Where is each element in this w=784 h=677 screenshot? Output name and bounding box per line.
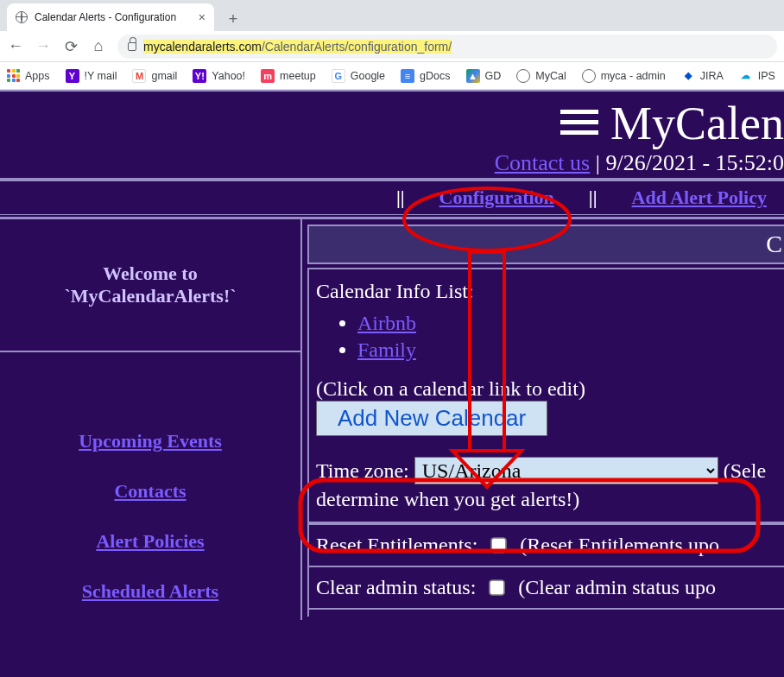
forward-icon: → xyxy=(35,37,52,55)
clear-admin-after: (Clear admin status upo xyxy=(518,576,716,599)
bookmark-gd[interactable]: ▲GD xyxy=(466,69,502,83)
apps-grid-icon xyxy=(7,69,20,82)
app-root: MyCalen Contact us | 9/26/2021 - 15:52:0… xyxy=(0,90,784,677)
sidebar-upcoming-events[interactable]: Upcoming Events xyxy=(9,430,292,452)
bookmark-ips[interactable]: ☁IPS xyxy=(739,69,775,83)
main-content: C Calendar Info List: Airbnb Family (Cli… xyxy=(300,219,784,620)
bookmark-meetup[interactable]: mmeetup xyxy=(261,69,316,83)
url-path: /CalendarAlerts/configuration_form/ xyxy=(262,40,452,54)
nav-configuration[interactable]: Configuration xyxy=(439,187,554,209)
sidebar-scheduled-alerts[interactable]: Scheduled Alerts xyxy=(9,580,292,603)
edit-hint: (Click on a calendar link to edit) xyxy=(316,377,777,401)
header-timestamp: 9/26/2021 - 15:52:0 xyxy=(605,150,784,175)
browser-toolbar: ← → ⟳ ⌂ mycalendaralerts.com/CalendarAle… xyxy=(0,31,784,62)
calendar-list-item: Family xyxy=(357,338,777,362)
calendar-link-airbnb[interactable]: Airbnb xyxy=(357,312,416,334)
bookmark-ymail[interactable]: Y!Y mail xyxy=(66,69,117,83)
tab-title: Calendar Alerts - Configuration xyxy=(35,11,176,23)
bookmark-yahoo[interactable]: Y!Yahoo! xyxy=(193,69,245,83)
globe-icon xyxy=(16,11,28,23)
bookmark-google[interactable]: GGoogle xyxy=(332,69,385,83)
main-header-strip: C xyxy=(307,225,784,264)
clear-admin-row: Clear admin status: (Clear admin status … xyxy=(307,566,784,608)
add-new-calendar-button[interactable]: Add New Calendar xyxy=(316,401,547,436)
home-icon[interactable]: ⌂ xyxy=(90,37,107,55)
back-icon[interactable]: ← xyxy=(7,37,24,55)
reload-icon[interactable]: ⟳ xyxy=(62,37,79,56)
bookmark-mycal[interactable]: MyCal xyxy=(516,69,566,83)
lock-icon xyxy=(128,42,136,51)
contact-us-link[interactable]: Contact us xyxy=(495,150,591,175)
new-tab-button[interactable]: + xyxy=(221,7,245,31)
reset-entitlements-after: (Reset Entitlements upo xyxy=(520,534,719,557)
calendar-list-item: Airbnb xyxy=(357,312,777,335)
sidebar-alert-policies[interactable]: Alert Policies xyxy=(9,530,292,553)
apps-button[interactable]: Apps xyxy=(7,69,50,82)
timezone-select[interactable]: US/Arizona xyxy=(414,457,718,484)
calendar-info-title: Calendar Info List: xyxy=(316,280,777,303)
bookmark-jira[interactable]: ◆JIRA xyxy=(681,69,724,83)
calendar-info-panel: Calendar Info List: Airbnb Family (Click… xyxy=(307,268,784,523)
menu-icon[interactable] xyxy=(560,110,598,135)
bookmark-gmail[interactable]: Mgmail xyxy=(132,69,177,83)
browser-tab-bar: Calendar Alerts - Configuration × + xyxy=(0,0,784,31)
top-nav: || Configuration || Add Alert Policy xyxy=(0,180,784,218)
address-bar[interactable]: mycalendaralerts.com/CalendarAlerts/conf… xyxy=(117,35,777,59)
timezone-note: determine when you get alerts!) xyxy=(316,488,777,511)
nav-add-alert-policy[interactable]: Add Alert Policy xyxy=(632,187,767,209)
app-title: MyCalen xyxy=(610,97,784,150)
bookmark-gdocs[interactable]: ≡gDocs xyxy=(401,69,450,83)
bookmark-myca-admin[interactable]: myca - admin xyxy=(582,69,666,83)
reset-entitlements-checkbox[interactable] xyxy=(491,537,507,553)
header-separator: | xyxy=(596,150,606,175)
welcome-block: Welcome to `MyCalendarAlerts!` xyxy=(0,219,300,352)
browser-tab[interactable]: Calendar Alerts - Configuration × xyxy=(7,3,214,31)
sidebar: Welcome to `MyCalendarAlerts!` Upcoming … xyxy=(0,219,300,620)
reset-entitlements-label: Reset Entitlements: xyxy=(316,534,477,557)
reset-entitlements-row: Reset Entitlements: (Reset Entitlements … xyxy=(307,523,784,566)
calendar-link-family[interactable]: Family xyxy=(357,338,416,361)
sidebar-contacts[interactable]: Contacts xyxy=(9,480,292,503)
app-header: MyCalen Contact us | 9/26/2021 - 15:52:0 xyxy=(0,90,784,180)
timezone-label: Time zone: xyxy=(316,459,409,483)
clear-admin-checkbox[interactable] xyxy=(490,579,505,595)
bookmarks-bar: Apps Y!Y mail Mgmail Y!Yahoo! mmeetup GG… xyxy=(0,62,784,90)
url-domain: mycalendaralerts.com xyxy=(143,40,262,54)
close-tab-icon[interactable]: × xyxy=(199,11,205,23)
calendar-list: Airbnb Family xyxy=(316,312,777,362)
timezone-after-text: (Sele xyxy=(724,459,766,483)
clear-admin-label: Clear admin status: xyxy=(316,576,476,599)
